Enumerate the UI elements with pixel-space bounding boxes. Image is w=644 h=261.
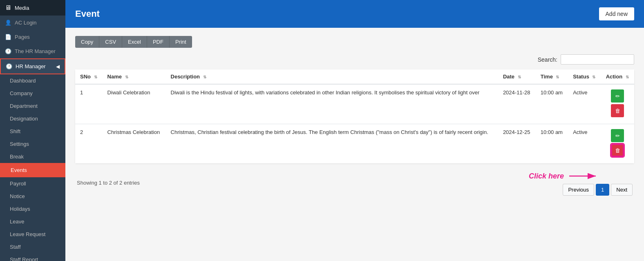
sidebar-item-holidays[interactable]: Holidays bbox=[0, 203, 65, 215]
cell-time-2: 10:00 am bbox=[536, 124, 568, 164]
sort-icon-time: ⇅ bbox=[556, 75, 559, 79]
cell-status-2: Active bbox=[568, 124, 601, 164]
entries-info: Showing 1 to 2 of 2 entries bbox=[77, 180, 140, 186]
sidebar-item-break[interactable]: Break bbox=[0, 150, 65, 163]
sidebar-item-leave-request[interactable]: Leave Request bbox=[0, 228, 65, 241]
cell-time-1: 10:00 am bbox=[536, 84, 568, 124]
sidebar-item-ac-login[interactable]: 👤 AC Login bbox=[0, 16, 65, 30]
col-date: Date ⇅ bbox=[498, 69, 536, 84]
table-header-row: SNo ⇅ Name ⇅ Description ⇅ Date ⇅ Time ⇅… bbox=[75, 69, 634, 84]
sort-icon-name: ⇅ bbox=[125, 75, 128, 79]
cell-action-1: ✏ 🗑 bbox=[601, 84, 634, 124]
delete-button-2[interactable]: 🗑 bbox=[611, 144, 624, 157]
sidebar-top-media[interactable]: 🖥 Media bbox=[0, 0, 65, 16]
sidebar-item-pages[interactable]: 📄 Pages bbox=[0, 30, 65, 44]
cell-status-1: Active bbox=[568, 84, 601, 124]
content-area: Copy CSV Excel PDF Print Search: SNo ⇅ N… bbox=[65, 28, 644, 261]
add-new-button[interactable]: Add new bbox=[599, 7, 634, 20]
delete-button-1[interactable]: 🗑 bbox=[611, 104, 624, 117]
search-input[interactable] bbox=[561, 54, 634, 65]
col-description: Description ⇅ bbox=[166, 69, 498, 84]
ac-login-icon: 👤 bbox=[5, 20, 11, 26]
col-status: Status ⇅ bbox=[568, 69, 601, 84]
table-row: 2 Christmas Celebration Christmas, Chris… bbox=[75, 124, 634, 164]
the-hr-manager-icon: 🕐 bbox=[5, 48, 11, 54]
sort-icon-description: ⇅ bbox=[203, 75, 206, 79]
sidebar-item-dashboard[interactable]: Dashboard bbox=[0, 74, 65, 87]
col-time: Time ⇅ bbox=[536, 69, 568, 84]
sidebar: 🖥 Media 👤 AC Login 📄 Pages 🕐 The HR Mana… bbox=[0, 0, 65, 261]
print-button[interactable]: Print bbox=[170, 36, 192, 48]
cell-action-2: ✏ 🗑 bbox=[601, 124, 634, 164]
page-title: Event bbox=[75, 9, 100, 19]
search-bar: Search: bbox=[75, 54, 634, 65]
search-label: Search: bbox=[538, 56, 557, 63]
table-footer: Showing 1 to 2 of 2 entries Click here bbox=[75, 170, 634, 196]
previous-button[interactable]: Previous bbox=[563, 184, 594, 196]
sidebar-item-notice[interactable]: Notice bbox=[0, 190, 65, 203]
cell-name-2: Christmas Celebration bbox=[103, 124, 166, 164]
sidebar-item-shift[interactable]: Shift bbox=[0, 125, 65, 138]
copy-button[interactable]: Copy bbox=[75, 36, 99, 48]
edit-button-1[interactable]: ✏ bbox=[611, 89, 624, 103]
sidebar-item-the-hr-manager[interactable]: 🕐 The HR Manager bbox=[0, 44, 65, 58]
hr-manager-icon: 🕐 bbox=[6, 63, 12, 69]
action-buttons-1: ✏ 🗑 bbox=[606, 89, 629, 119]
pages-icon: 📄 bbox=[5, 34, 11, 40]
sort-icon-sno: ⇅ bbox=[94, 75, 97, 79]
click-here-text: Click here bbox=[529, 172, 564, 181]
col-name: Name ⇅ bbox=[103, 69, 166, 84]
edit-button-2[interactable]: ✏ bbox=[611, 129, 624, 142]
cell-name-1: Diwali Celebration bbox=[103, 84, 166, 124]
excel-button[interactable]: Excel bbox=[122, 36, 147, 48]
sidebar-item-events[interactable]: Events bbox=[0, 163, 65, 177]
sidebar-item-company[interactable]: Company bbox=[0, 87, 65, 100]
sort-icon-date: ⇅ bbox=[518, 75, 521, 79]
pagination: Previous 1 Next bbox=[563, 184, 633, 196]
media-icon: 🖥 bbox=[5, 4, 11, 11]
sidebar-item-department[interactable]: Department bbox=[0, 100, 65, 112]
chevron-left-icon: ◀ bbox=[56, 64, 60, 69]
sidebar-item-payroll[interactable]: Payroll bbox=[0, 177, 65, 190]
cell-date-2: 2024-12-25 bbox=[498, 124, 536, 164]
sidebar-top-label: Media bbox=[15, 5, 29, 11]
cell-sno-1: 1 bbox=[75, 84, 103, 124]
table-row: 1 Diwali Celebration Diwali is the Hindu… bbox=[75, 84, 634, 124]
cell-date-1: 2024-11-28 bbox=[498, 84, 536, 124]
col-sno: SNo ⇅ bbox=[75, 69, 103, 84]
page-header: Event Add new bbox=[65, 0, 644, 28]
action-buttons-2: ✏ 🗑 bbox=[606, 129, 629, 158]
sidebar-item-designation[interactable]: Designation bbox=[0, 112, 65, 125]
page-1-button[interactable]: 1 bbox=[596, 184, 609, 196]
sidebar-item-hr-manager[interactable]: 🕐 HR Manager ◀ bbox=[0, 58, 65, 74]
cell-description-2: Christmas, Christian festival celebratin… bbox=[166, 124, 498, 164]
csv-button[interactable]: CSV bbox=[99, 36, 122, 48]
click-here-annotation: Click here bbox=[529, 170, 633, 182]
sort-icon-action: ⇅ bbox=[626, 75, 629, 79]
sidebar-item-staff[interactable]: Staff bbox=[0, 241, 65, 253]
sidebar-item-settings[interactable]: Settings bbox=[0, 138, 65, 150]
sidebar-item-staff-report[interactable]: Staff Report bbox=[0, 253, 65, 261]
cell-description-1: Diwali is the Hindu festival of lights, … bbox=[166, 84, 498, 124]
cell-sno-2: 2 bbox=[75, 124, 103, 164]
sort-icon-status: ⇅ bbox=[592, 75, 595, 79]
pdf-button[interactable]: PDF bbox=[147, 36, 170, 48]
arrow-icon bbox=[567, 170, 600, 182]
col-action: Action ⇅ bbox=[601, 69, 634, 84]
events-table-wrapper: SNo ⇅ Name ⇅ Description ⇅ Date ⇅ Time ⇅… bbox=[75, 69, 634, 163]
events-table: SNo ⇅ Name ⇅ Description ⇅ Date ⇅ Time ⇅… bbox=[75, 69, 634, 163]
next-button[interactable]: Next bbox=[611, 184, 633, 196]
export-buttons-group: Copy CSV Excel PDF Print bbox=[75, 36, 634, 48]
main-content: Event Add new Copy CSV Excel PDF Print S… bbox=[65, 0, 644, 261]
sidebar-item-leave[interactable]: Leave bbox=[0, 215, 65, 228]
